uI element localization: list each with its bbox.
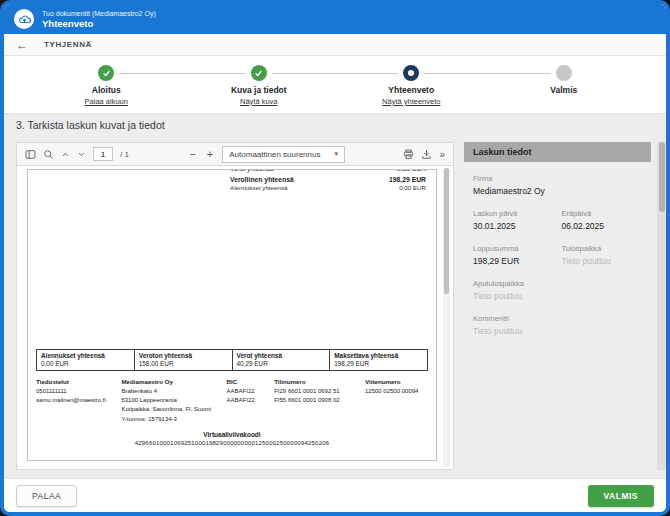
invoice-blank-space [28, 191, 436, 349]
next-page-chevron-down-icon[interactable] [77, 150, 86, 159]
pdf-scrollbar[interactable] [443, 168, 450, 467]
clipped-label: Verot yhteensä [230, 170, 273, 172]
step-link-palaa-alkuun[interactable]: Palaa alkuun [85, 97, 128, 106]
field-laskun-paiva: Laskun päivä 30.01.2025 [473, 209, 554, 231]
zoom-level-select[interactable]: Automaattinen suurennus ▾ [222, 146, 345, 163]
field-kommentti: Kommentti Tieto puuttuu [473, 314, 642, 336]
zoom-out-button[interactable]: − [187, 149, 197, 160]
step-kuva-ja-tiedot: Kuva ja tiedot Näytä kuva [183, 65, 336, 106]
page-count-label: / 1 [120, 150, 129, 159]
step-link-nayta-yhteenveto[interactable]: Näytä yhteenveto [382, 97, 440, 106]
step-label: Valmis [550, 85, 577, 95]
app-bar: Tuo dokumentit (Mediamaestro2 Oy) Yhteen… [4, 4, 666, 34]
details-panel-header: Laskun tiedot [464, 142, 651, 162]
field-erapaiva: Eräpäivä 06.02.2025 [562, 209, 643, 231]
invoice-total-row: Verollinen yhteensä 198,29 EUR [230, 176, 426, 183]
summary-label: Verollinen yhteensä [230, 176, 294, 183]
chevron-down-icon: ▾ [334, 150, 338, 158]
zoom-in-button[interactable]: + [205, 149, 215, 160]
invoice-clipped-row: Verot yhteensä 40,29 EUR [230, 170, 426, 174]
download-icon[interactable] [421, 149, 432, 160]
info-column-reference: Viitenumero 12500 02500 00094 [365, 377, 428, 424]
print-icon[interactable] [403, 149, 414, 160]
back-button[interactable]: PALAA [16, 485, 77, 507]
pdf-toolbar: / 1 − + Automaattinen suurennus ▾ » [16, 142, 454, 166]
step-pending-icon [556, 65, 572, 81]
invoice-discount-row: Alennukset yhteensä 0,00 EUR [230, 184, 426, 191]
page-number-input[interactable] [93, 147, 113, 161]
step-label: Kuva ja tiedot [231, 85, 287, 95]
details-fields: Firma Mediamaestro2 Oy Laskun päivä 30.0… [464, 162, 651, 348]
field-firma: Firma Mediamaestro2 Oy [473, 174, 642, 196]
totals-cell: Veroton yhteensä 158,00 EUR [135, 350, 233, 370]
sidebar-toggle-icon[interactable] [25, 149, 36, 160]
app-subtitle: Yhteenveto [42, 18, 156, 29]
clipped-value: 40,29 EUR [394, 170, 426, 172]
back-arrow-icon[interactable]: ← [16, 39, 28, 51]
info-column-contact: Tiedustelut 0501111111 samu.malinen@maes… [36, 377, 113, 424]
summary-label: Alennukset yhteensä [230, 184, 287, 191]
step-done-check-icon [98, 65, 114, 81]
app-title: Tuo dokumentit (Mediamaestro2 Oy) [42, 9, 156, 18]
pdf-scrollbar-thumb[interactable] [444, 168, 449, 294]
virtual-barcode-block: Virtuaaliviivakoodi 42966010001069251000… [28, 431, 436, 446]
clear-button[interactable]: TYHJENNÄ [40, 38, 96, 51]
field-loppusumma: Loppusumma 198,29 EUR [473, 244, 554, 266]
invoice-document-page: Verot yhteensä 40,29 EUR Verollinen yhte… [27, 169, 437, 461]
step-done-check-icon [251, 65, 267, 81]
footer-bar: PALAA VALMIS [4, 478, 666, 512]
main-scrollbar-thumb[interactable] [659, 142, 665, 212]
step-yhteenveto: Yhteenveto Näytä yhteenveto [335, 65, 488, 106]
pdf-page-area: Verot yhteensä 40,29 EUR Verollinen yhte… [16, 166, 454, 470]
info-column-company: Mediamaestro Oy Brahenkatu 4 53100 Lappe… [121, 377, 218, 424]
section-title: 3. Tarkista laskun kuvat ja tiedot [4, 113, 666, 136]
summary-value: 0,00 EUR [399, 184, 426, 191]
info-column-bic: BIC AABAFI22 AABAFI22 [227, 377, 267, 424]
summary-value: 198,29 EUR [389, 176, 426, 183]
app-bar-titles: Tuo dokumentit (Mediamaestro2 Oy) Yhteen… [42, 9, 156, 29]
done-button[interactable]: VALMIS [588, 485, 654, 507]
cloud-upload-icon [14, 9, 34, 29]
zoom-level-value: Automaattinen suurennus [229, 150, 320, 159]
invoice-footer-info: Tiedustelut 0501111111 samu.malinen@maes… [36, 377, 428, 424]
app-window: Tuo dokumentit (Mediamaestro2 Oy) Yhteen… [0, 0, 670, 516]
step-label: Aloitus [92, 85, 121, 95]
invoice-details-panel: Laskun tiedot Firma Mediamaestro2 Oy Las… [464, 142, 651, 470]
field-tulospaikka: Tulospaikka Tieto puuttuu [562, 244, 643, 266]
previous-page-chevron-up-icon[interactable] [61, 150, 70, 159]
field-aputulospaikka: Aputulospaikka Tieto puuttuu [473, 279, 642, 301]
invoice-totals-table: Alennukset yhteensä 0,00 EUR Veroton yht… [36, 349, 428, 371]
step-label: Yhteenveto [388, 85, 434, 95]
info-column-account: Tilinumero FI29 6601 0001 0692 51 FI55 6… [274, 377, 357, 424]
pdf-viewer: / 1 − + Automaattinen suurennus ▾ » [16, 142, 454, 470]
toolbar-more-icon[interactable]: » [439, 149, 445, 160]
wizard-stepper: Aloitus Palaa alkuun Kuva ja tiedot Näyt… [4, 56, 666, 113]
main-content: / 1 − + Automaattinen suurennus ▾ » [4, 136, 666, 478]
search-icon[interactable] [43, 149, 54, 160]
nav-bar: ← TYHJENNÄ [4, 34, 666, 56]
step-link-nayta-kuva[interactable]: Näytä kuva [240, 97, 278, 106]
invoice-summary-block: Verot yhteensä 40,29 EUR Verollinen yhte… [230, 170, 426, 191]
totals-cell: Maksettava yhteensä 198,29 EUR [330, 350, 427, 370]
step-aloitus: Aloitus Palaa alkuun [30, 65, 183, 106]
step-active-icon [403, 65, 419, 81]
totals-cell: Alennukset yhteensä 0,00 EUR [37, 350, 135, 370]
totals-cell: Verot yhteensä 40,29 EUR [233, 350, 331, 370]
main-scrollbar[interactable] [657, 142, 666, 470]
step-valmis: Valmis [488, 65, 641, 106]
